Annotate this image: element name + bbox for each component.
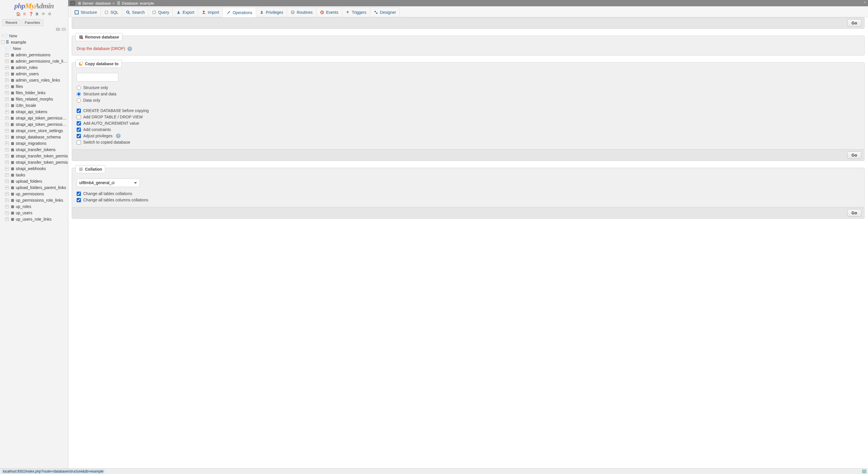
check-drop-table[interactable] [76, 115, 81, 119]
expand-icon[interactable]: + [5, 129, 9, 132]
check-switch-db-label[interactable]: Switch to copied database [83, 140, 130, 145]
tree-table-row[interactable]: +·▦admin_users [1, 71, 68, 77]
tree-table-row[interactable]: +·▦strapi_database_schema [1, 134, 68, 140]
breadcrumb-db-value[interactable]: example [140, 1, 154, 5]
breadcrumb-back-icon[interactable]: ← [70, 1, 75, 5]
recent-tab[interactable]: Recent [2, 19, 20, 26]
tree-table-row[interactable]: +·▦strapi_transfer_token_permis [1, 159, 68, 166]
tree-table-row[interactable]: +·▦upload_folders_parent_links [1, 184, 68, 191]
tree-new-table[interactable]: │ 📄 New [1, 46, 68, 52]
tree-table-row[interactable]: +·▦upload_folders [1, 178, 68, 184]
copy-target-name-input[interactable] [76, 73, 118, 82]
tree-table-row[interactable]: +·▦admin_permissions [1, 52, 68, 58]
expand-icon[interactable]: + [5, 148, 9, 151]
tree-table-row[interactable]: +·▦strapi_api_token_permissions [1, 121, 68, 127]
expand-icon[interactable]: + [5, 154, 9, 158]
expand-icon[interactable]: + [5, 211, 9, 215]
tab-search[interactable]: Search [122, 7, 148, 17]
check-constraints-label[interactable]: Add constraints [83, 127, 111, 132]
expand-icon[interactable]: + [5, 180, 9, 183]
tree-table-row[interactable]: +·▦strapi_webhooks [1, 166, 68, 172]
tree-table-row[interactable]: +·▦up_users_role_links [1, 216, 68, 223]
reload-icon[interactable]: ⟳ [41, 12, 45, 17]
expand-icon[interactable]: + [5, 186, 9, 189]
tree-table-row[interactable]: +·▦admin_users_roles_links [1, 77, 68, 83]
expand-icon[interactable]: + [5, 116, 9, 120]
expand-icon[interactable]: + [5, 173, 9, 177]
tree-new-root[interactable]: └ 📄 New [1, 33, 68, 39]
tab-routines[interactable]: Routines [287, 7, 316, 17]
expand-icon[interactable]: + [5, 160, 9, 164]
tree-table-row[interactable]: +·▦admin_permissions_role_links [1, 58, 68, 64]
check-adjust-privileges-label[interactable]: Adjust privileges [83, 134, 113, 138]
expand-icon[interactable]: + [5, 167, 9, 170]
expand-icon[interactable]: + [5, 135, 9, 139]
expand-icon[interactable]: + [5, 110, 9, 114]
favorites-tab[interactable]: Favorites [22, 19, 43, 26]
expand-icon[interactable]: + [5, 91, 9, 94]
check-switch-db[interactable] [76, 140, 81, 145]
expand-icon[interactable]: + [5, 142, 9, 145]
tree-table-row[interactable]: +·▦files_folder_links [1, 90, 68, 96]
go-button-top[interactable]: Go [847, 19, 861, 27]
radio-structure-only-label[interactable]: Structure only [83, 85, 108, 90]
status-console-icon[interactable] [862, 470, 866, 473]
tab-operations[interactable]: Operations [222, 8, 256, 17]
check-drop-table-label[interactable]: Add DROP TABLE / DROP VIEW [83, 115, 143, 119]
tab-triggers[interactable]: Triggers [342, 7, 370, 17]
tab-import[interactable]: Import [198, 7, 223, 17]
check-auto-increment[interactable] [76, 121, 81, 125]
expand-icon[interactable]: + [5, 59, 9, 63]
expand-icon[interactable]: + [5, 199, 9, 202]
tab-events[interactable]: Events [316, 7, 342, 17]
expand-icon[interactable]: + [5, 123, 9, 126]
tree-table-row[interactable]: +·▦admin_roles [1, 64, 68, 71]
tab-structure[interactable]: Structure [71, 7, 101, 17]
collapse-icon[interactable] [56, 28, 60, 31]
check-create-db[interactable] [76, 109, 81, 113]
check-change-tables-collations-label[interactable]: Change all tables collations [83, 191, 132, 196]
tree-table-row[interactable]: +·▦up_users [1, 210, 68, 216]
adjust-priv-help-icon[interactable]: ? [116, 134, 121, 138]
expand-icon[interactable]: + [5, 72, 9, 76]
link-icon[interactable] [62, 28, 66, 31]
tree-table-row[interactable]: +·▦up_roles [1, 203, 68, 210]
tree-table-row[interactable]: +·▦files [1, 83, 68, 90]
expand-icon[interactable]: + [5, 66, 9, 69]
tree-table-row[interactable]: +·▦tasks [1, 172, 68, 178]
go-button-collation[interactable]: Go [847, 209, 861, 216]
tree-table-row[interactable]: +·▦up_permissions_role_links [1, 197, 68, 203]
check-change-columns-collations[interactable] [76, 198, 81, 202]
radio-structure-and-data[interactable] [76, 92, 81, 96]
tree-table-row[interactable]: +·▦up_permissions [1, 191, 68, 197]
tree-table-row[interactable]: +·▦strapi_transfer_token_permis [1, 153, 68, 159]
tab-designer[interactable]: Designer [370, 7, 400, 17]
drop-help-icon[interactable]: ? [127, 47, 132, 51]
breadcrumb-server-value[interactable]: database [96, 1, 111, 5]
tab-sql[interactable]: SQL [100, 7, 122, 17]
tree-table-row[interactable]: +·▦strapi_migrations [1, 140, 68, 147]
help-icon[interactable]: ❓ [29, 12, 33, 17]
sql-icon[interactable]: 🗎 [35, 12, 39, 17]
go-button-copy[interactable]: Go [847, 151, 861, 159]
tree-table-row[interactable]: +·▦i18n_locale [1, 102, 68, 109]
expand-icon[interactable]: + [5, 53, 9, 57]
check-change-tables-collations[interactable] [76, 191, 81, 196]
radio-data-only-label[interactable]: Data only [83, 98, 100, 102]
expand-icon[interactable]: + [5, 97, 9, 101]
radio-structure-and-data-label[interactable]: Structure and data [83, 92, 116, 96]
tree-table-row[interactable]: +·▦strapi_core_store_settings [1, 127, 68, 134]
expand-icon[interactable]: + [5, 79, 9, 82]
radio-data-only[interactable] [76, 98, 81, 102]
tab-export[interactable]: Export [173, 7, 198, 17]
expand-icon[interactable]: + [5, 217, 9, 221]
tab-privileges[interactable]: Privileges [256, 7, 287, 17]
check-auto-increment-label[interactable]: Add AUTO_INCREMENT value [83, 121, 139, 125]
tree-table-row[interactable]: +·▦files_related_morphs [1, 96, 68, 102]
check-constraints[interactable] [76, 127, 81, 132]
drop-database-link[interactable]: Drop the database (DROP) [76, 46, 125, 51]
expand-icon[interactable]: + [5, 205, 9, 208]
check-change-columns-collations-label[interactable]: Change all tables columns collations [83, 198, 148, 202]
settings-icon[interactable]: ⚙ [48, 12, 52, 17]
expand-icon[interactable]: + [5, 192, 9, 196]
